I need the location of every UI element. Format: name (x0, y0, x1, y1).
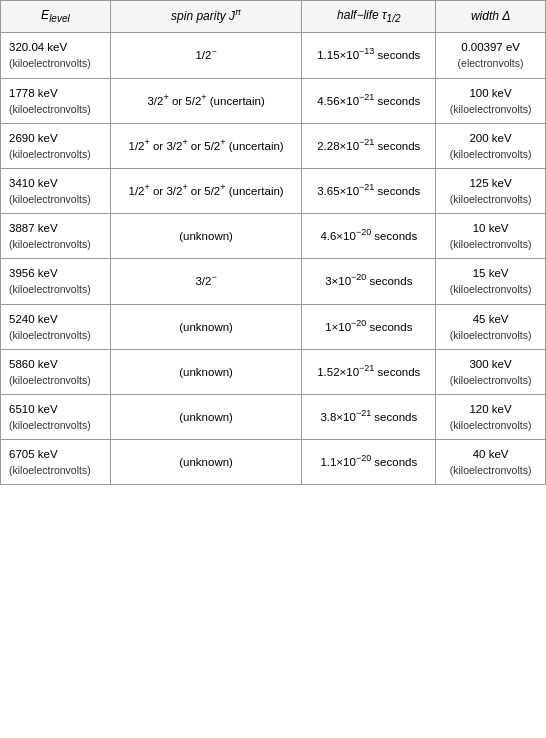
halflife-cell: 3.8×10−21 seconds (302, 394, 436, 439)
halflife-cell: 3.65×10−21 seconds (302, 168, 436, 213)
width-cell: 200 keV(kiloelectronvolts) (436, 123, 546, 168)
energy-cell: 3956 keV(kiloelectronvolts) (1, 259, 111, 304)
spin-cell: (unknown) (110, 440, 302, 485)
table-row: 5240 keV(kiloelectronvolts)(unknown)1×10… (1, 304, 546, 349)
width-cell: 120 keV(kiloelectronvolts) (436, 394, 546, 439)
energy-cell: 2690 keV(kiloelectronvolts) (1, 123, 111, 168)
table-row: 1778 keV(kiloelectronvolts)3/2+ or 5/2+ … (1, 78, 546, 123)
spin-cell: (unknown) (110, 304, 302, 349)
width-cell: 300 keV(kiloelectronvolts) (436, 349, 546, 394)
header-elevel: Elevel (1, 1, 111, 33)
halflife-cell: 3×10−20 seconds (302, 259, 436, 304)
energy-cell: 3887 keV(kiloelectronvolts) (1, 214, 111, 259)
width-cell: 10 keV(kiloelectronvolts) (436, 214, 546, 259)
header-spinparity: spin parity Jπ (110, 1, 302, 33)
spin-cell: 1/2+ or 3/2+ or 5/2+ (uncertain) (110, 123, 302, 168)
width-cell: 125 keV(kiloelectronvolts) (436, 168, 546, 213)
energy-cell: 3410 keV(kiloelectronvolts) (1, 168, 111, 213)
table-row: 320.04 keV(kiloelectronvolts)1/2−1.15×10… (1, 33, 546, 78)
halflife-cell: 1.15×10−13 seconds (302, 33, 436, 78)
energy-cell: 5860 keV(kiloelectronvolts) (1, 349, 111, 394)
energy-levels-table: Elevel spin parity Jπ half−life τ1/2 wid… (0, 0, 546, 485)
width-cell: 15 keV(kiloelectronvolts) (436, 259, 546, 304)
halflife-cell: 4.6×10−20 seconds (302, 214, 436, 259)
energy-cell: 1778 keV(kiloelectronvolts) (1, 78, 111, 123)
table-row: 5860 keV(kiloelectronvolts)(unknown)1.52… (1, 349, 546, 394)
spin-cell: 3/2− (110, 259, 302, 304)
energy-cell: 6705 keV(kiloelectronvolts) (1, 440, 111, 485)
halflife-cell: 1.1×10−20 seconds (302, 440, 436, 485)
halflife-cell: 4.56×10−21 seconds (302, 78, 436, 123)
halflife-cell: 1×10−20 seconds (302, 304, 436, 349)
energy-cell: 5240 keV(kiloelectronvolts) (1, 304, 111, 349)
table-row: 3956 keV(kiloelectronvolts)3/2−3×10−20 s… (1, 259, 546, 304)
spin-cell: (unknown) (110, 394, 302, 439)
table-row: 3887 keV(kiloelectronvolts)(unknown)4.6×… (1, 214, 546, 259)
width-cell: 0.00397 eV(electronvolts) (436, 33, 546, 78)
width-cell: 40 keV(kiloelectronvolts) (436, 440, 546, 485)
spin-cell: 3/2+ or 5/2+ (uncertain) (110, 78, 302, 123)
energy-cell: 320.04 keV(kiloelectronvolts) (1, 33, 111, 78)
table-row: 2690 keV(kiloelectronvolts)1/2+ or 3/2+ … (1, 123, 546, 168)
spin-cell: (unknown) (110, 349, 302, 394)
header-halflife: half−life τ1/2 (302, 1, 436, 33)
spin-cell: 1/2− (110, 33, 302, 78)
width-cell: 100 keV(kiloelectronvolts) (436, 78, 546, 123)
energy-cell: 6510 keV(kiloelectronvolts) (1, 394, 111, 439)
table-row: 6705 keV(kiloelectronvolts)(unknown)1.1×… (1, 440, 546, 485)
halflife-cell: 2.28×10−21 seconds (302, 123, 436, 168)
spin-cell: (unknown) (110, 214, 302, 259)
halflife-cell: 1.52×10−21 seconds (302, 349, 436, 394)
header-width: width Δ (436, 1, 546, 33)
spin-cell: 1/2+ or 3/2+ or 5/2+ (uncertain) (110, 168, 302, 213)
table-row: 6510 keV(kiloelectronvolts)(unknown)3.8×… (1, 394, 546, 439)
width-cell: 45 keV(kiloelectronvolts) (436, 304, 546, 349)
table-row: 3410 keV(kiloelectronvolts)1/2+ or 3/2+ … (1, 168, 546, 213)
